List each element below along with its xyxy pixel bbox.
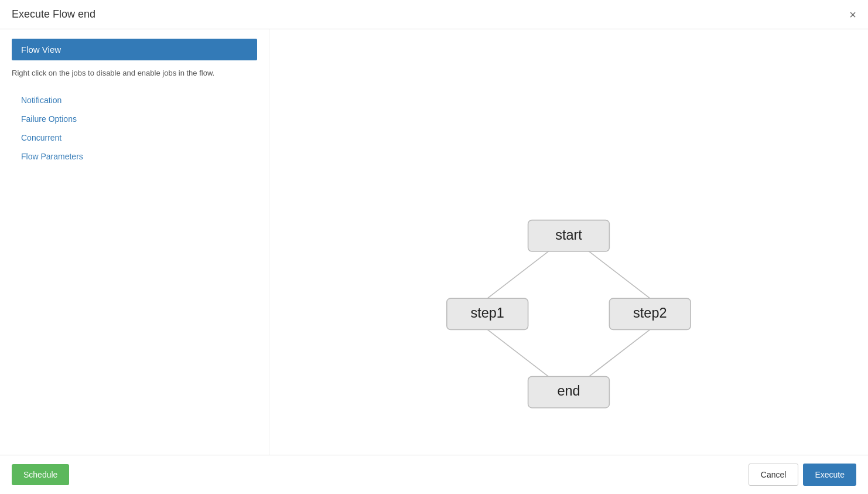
nav-flow-parameters[interactable]: Flow Parameters [12, 147, 257, 166]
cancel-button[interactable]: Cancel [749, 464, 799, 486]
close-button[interactable]: × [849, 9, 856, 21]
left-panel: Flow View Right click on the jobs to dis… [0, 29, 269, 455]
execute-button[interactable]: Execute [803, 464, 856, 486]
execute-flow-dialog: Execute Flow end × Flow View Right click… [0, 0, 868, 494]
dialog-body: Flow View Right click on the jobs to dis… [0, 29, 868, 455]
node-end-label: end [557, 383, 580, 398]
nav-notification[interactable]: Notification [12, 91, 257, 110]
dialog-header: Execute Flow end × [0, 0, 868, 29]
node-step2-label: step2 [633, 305, 667, 321]
schedule-button[interactable]: Schedule [12, 464, 69, 485]
flow-view-button[interactable]: Flow View [12, 39, 257, 60]
description-text: Right click on the jobs to disable and e… [12, 67, 257, 79]
flow-diagram: start step1 step2 end [269, 29, 868, 455]
dialog-title: Execute Flow end [12, 8, 95, 21]
node-step1-label: step1 [470, 305, 504, 321]
right-panel: start step1 step2 end [269, 29, 868, 455]
dialog-footer: Schedule Cancel Execute [0, 455, 868, 494]
node-start-label: start [555, 227, 582, 243]
footer-right-buttons: Cancel Execute [749, 464, 856, 486]
nav-concurrent[interactable]: Concurrent [12, 128, 257, 147]
nav-failure-options[interactable]: Failure Options [12, 110, 257, 128]
